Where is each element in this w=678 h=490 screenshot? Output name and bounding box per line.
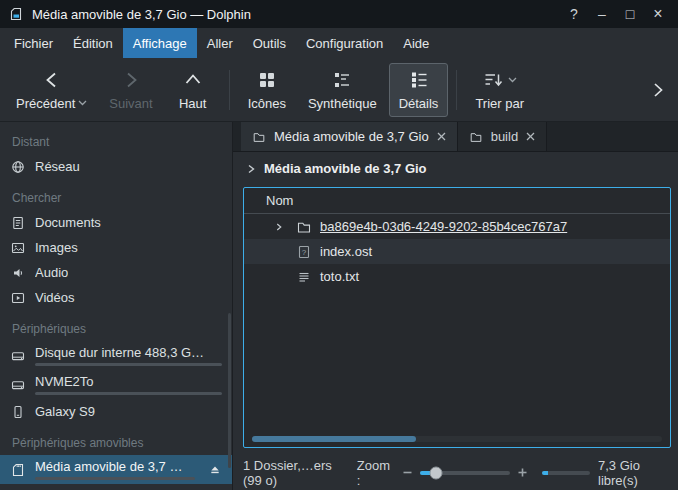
hard-disk-icon — [10, 377, 26, 393]
sort-by-label: Trier par — [475, 96, 524, 111]
sidebar-item-label: Audio — [35, 265, 68, 280]
toolbar-overflow-button[interactable] — [644, 76, 672, 104]
up-button[interactable]: Haut — [165, 63, 221, 117]
sidebar-item-media-amovible[interactable]: Média amovible de 3,7 … — [0, 455, 232, 484]
details-view-icon — [408, 69, 430, 91]
sd-card-icon — [10, 462, 26, 478]
section-header-peripheriques: Périphériques — [0, 317, 232, 341]
section-header-distant: Distant — [0, 130, 232, 154]
compact-view-button[interactable]: Synthétique — [298, 63, 387, 117]
zoom-in-icon[interactable] — [517, 467, 528, 478]
main-toolbar: Précédent Suivant Haut Icônes Synthétiqu… — [0, 58, 678, 122]
horizontal-scrollbar-thumb[interactable] — [252, 436, 416, 442]
file-name[interactable]: index.ost — [320, 244, 372, 259]
tab-media-amovible[interactable]: Média amovible de 3,7 Gio — [241, 122, 458, 151]
menu-configuration[interactable]: Configuration — [296, 28, 393, 58]
tab-build[interactable]: build — [458, 122, 547, 151]
menu-outils[interactable]: Outils — [243, 28, 296, 58]
window-body: Distant Réseau Chercher Documents Images — [0, 122, 678, 490]
menubar: Fichier Édition Affichage Aller Outils C… — [0, 28, 678, 58]
up-label: Haut — [179, 96, 206, 111]
file-row-folder[interactable]: ba869e4b-03d6-4249-9202-85b4cec767a7 — [244, 214, 670, 239]
horizontal-scrollbar[interactable] — [252, 436, 662, 442]
details-view-button[interactable]: Détails — [389, 63, 449, 117]
titlebar: Média amovible de 3,7 Gio — Dolphin ? – … — [0, 0, 678, 28]
sidebar-item-reseau[interactable]: Réseau — [0, 154, 232, 179]
menu-aide[interactable]: Aide — [393, 28, 439, 58]
places-group-peripheriques: Périphériques Disque dur interne 488,3 G… — [0, 317, 232, 424]
compact-view-label: Synthétique — [308, 96, 377, 111]
section-header-peripheriques-amovibles: Périphériques amovibles — [0, 431, 232, 455]
file-name[interactable]: ba869e4b-03d6-4249-9202-85b4cec767a7 — [320, 219, 567, 234]
tab-close-icon[interactable] — [526, 132, 535, 141]
places-group-peripheriques-amovibles: Périphériques amovibles Média amovible d… — [0, 431, 232, 484]
zoom-label: Zoom : — [357, 458, 395, 488]
zoom-out-icon[interactable] — [402, 467, 413, 478]
sort-by-button[interactable]: Trier par — [465, 63, 534, 117]
compact-view-icon — [331, 69, 353, 91]
tab-label: build — [491, 129, 518, 144]
sidebar-item-nvme2to[interactable]: NVME2To — [0, 370, 232, 399]
minimize-button[interactable]: – — [590, 3, 614, 25]
help-button[interactable]: ? — [562, 3, 586, 25]
svg-text:?: ? — [302, 247, 307, 256]
tab-close-icon[interactable] — [437, 132, 446, 141]
sidebar-item-documents[interactable]: Documents — [0, 210, 232, 235]
menu-edition[interactable]: Édition — [63, 28, 123, 58]
status-bar: 1 Dossier,…ers (99 o) Zoom : 7,3 Gio lib… — [233, 455, 678, 490]
sidebar-item-galaxy-s9[interactable]: Galaxy S9 — [0, 399, 232, 424]
sidebar-item-label: Documents — [35, 215, 101, 230]
eject-icon[interactable] — [208, 463, 222, 477]
places-scrollbar[interactable] — [228, 313, 231, 468]
places-group-distant: Distant Réseau — [0, 130, 232, 179]
menu-aller[interactable]: Aller — [197, 28, 243, 58]
tab-bar: Média amovible de 3,7 Gio build — [233, 122, 678, 152]
main-area: Média amovible de 3,7 Gio build Média am… — [233, 122, 678, 490]
toolbar-separator — [229, 70, 230, 110]
sort-icon — [482, 69, 504, 91]
breadcrumb: Média amovible de 3,7 Gio — [233, 152, 678, 185]
back-icon — [41, 69, 63, 91]
free-space-label: 7,3 Gio libre(s) — [598, 458, 664, 488]
sidebar-item-videos[interactable]: Vidéos — [0, 285, 232, 310]
back-button[interactable]: Précédent — [6, 63, 97, 117]
file-view: Nom ba869e4b-03d6-4249-9202-85b4cec767a7… — [243, 187, 671, 448]
column-header-nom[interactable]: Nom — [244, 188, 670, 214]
maximize-button[interactable]: □ — [618, 3, 642, 25]
chevron-right-icon — [648, 80, 668, 100]
disk-usage-bar — [35, 477, 195, 480]
menu-fichier[interactable]: Fichier — [4, 28, 63, 58]
sidebar-item-label: Média amovible de 3,7 … — [35, 459, 195, 474]
folder-icon — [469, 130, 483, 144]
forward-button[interactable]: Suivant — [99, 63, 162, 117]
images-icon — [10, 240, 26, 256]
up-icon — [182, 69, 204, 91]
zoom-slider[interactable] — [420, 471, 510, 475]
details-view-label: Détails — [399, 96, 439, 111]
forward-label: Suivant — [109, 96, 152, 111]
view-container: Nom ba869e4b-03d6-4249-9202-85b4cec767a7… — [233, 185, 678, 455]
sidebar-item-images[interactable]: Images — [0, 235, 232, 260]
sidebar-item-disque-dur-interne[interactable]: Disque dur interne 488,3 G… — [0, 341, 232, 370]
chevron-right-icon — [245, 163, 257, 175]
folder-icon — [252, 130, 266, 144]
tab-label: Média amovible de 3,7 Gio — [274, 129, 429, 144]
menu-affichage[interactable]: Affichage — [123, 28, 197, 58]
back-label: Précédent — [16, 96, 75, 111]
sidebar-item-label: Disque dur interne 488,3 G… — [35, 345, 222, 360]
places-group-chercher: Chercher Documents Images Audio Vidéos — [0, 186, 232, 310]
breadcrumb-item[interactable]: Média amovible de 3,7 Gio — [264, 161, 427, 176]
unknown-file-icon: ? — [296, 244, 312, 260]
disk-usage-bar — [35, 392, 222, 395]
file-row-toto-txt[interactable]: toto.txt — [244, 264, 670, 289]
expand-arrow-icon[interactable] — [272, 220, 288, 234]
sidebar-item-audio[interactable]: Audio — [0, 260, 232, 285]
status-summary: 1 Dossier,…ers (99 o) — [243, 458, 341, 488]
icons-view-button[interactable]: Icônes — [238, 63, 296, 117]
file-name[interactable]: toto.txt — [320, 269, 359, 284]
close-button[interactable]: × — [646, 3, 670, 25]
file-row-index-ost[interactable]: ? index.ost — [244, 239, 670, 264]
sidebar-item-label: Vidéos — [35, 290, 75, 305]
zoom-slider-knob[interactable] — [430, 466, 443, 479]
network-icon — [10, 159, 26, 175]
